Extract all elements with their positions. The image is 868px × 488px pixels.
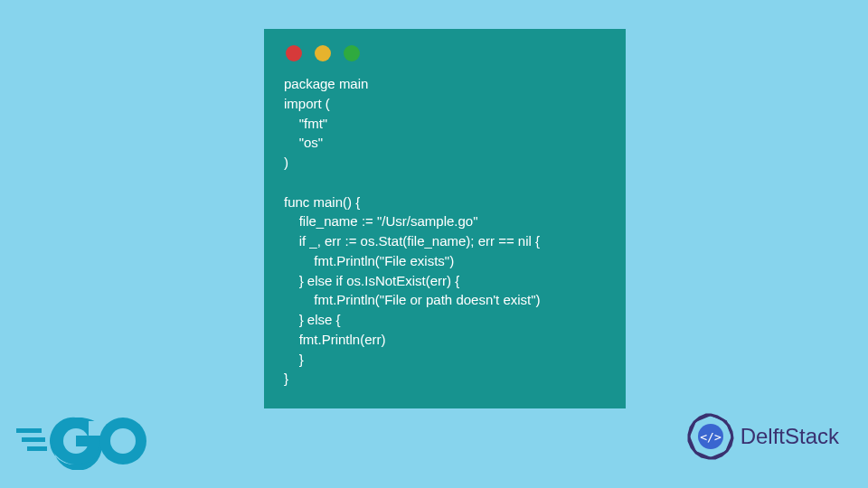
code-block: package main import ( "fmt" "os" ) func …: [284, 74, 606, 389]
delftstack-logo: </> DelftStack: [686, 412, 839, 461]
minimize-icon: [315, 45, 331, 61]
svg-text:</>: </>: [700, 430, 722, 444]
svg-rect-5: [76, 436, 103, 446]
close-icon: [286, 45, 302, 61]
svg-rect-2: [27, 446, 47, 451]
window-controls: [286, 45, 606, 61]
svg-rect-1: [22, 437, 45, 442]
svg-point-8: [110, 428, 136, 454]
canvas: package main import ( "fmt" "os" ) func …: [11, 11, 857, 477]
maximize-icon: [344, 45, 360, 61]
delftstack-badge-icon: </>: [686, 412, 735, 461]
svg-rect-0: [16, 428, 42, 433]
go-logo-icon: [16, 412, 152, 474]
code-card: package main import ( "fmt" "os" ) func …: [264, 29, 626, 408]
delftstack-label: DelftStack: [741, 424, 839, 449]
